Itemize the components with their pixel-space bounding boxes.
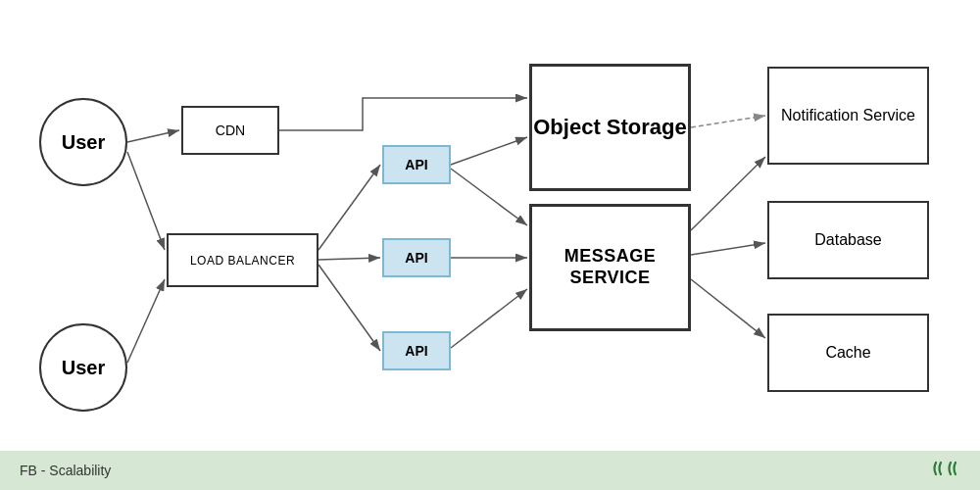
database-label: Database [814, 231, 882, 249]
svg-line-3 [127, 152, 165, 250]
cdn-node: CDN [181, 106, 279, 155]
svg-line-6 [318, 258, 380, 260]
diagram-area: User User CDN LOAD BALANCER API API API … [0, 0, 980, 451]
api3-node: API [382, 331, 451, 370]
database-node: Database [767, 201, 929, 279]
user2-label: User [62, 357, 105, 379]
loadbalancer-node: LOAD BALANCER [167, 233, 318, 287]
svg-line-4 [127, 279, 165, 363]
svg-line-11 [451, 289, 527, 348]
svg-line-5 [318, 165, 380, 250]
user1-node: User [39, 98, 127, 186]
cdn-label: CDN [216, 122, 245, 138]
svg-line-9 [451, 169, 527, 225]
user2-node: User [39, 323, 127, 412]
svg-line-15 [691, 279, 765, 338]
objectstorage-node: Object Storage [529, 64, 691, 191]
notificationservice-label: Notification Service [781, 106, 915, 126]
footer-label: FB - Scalability [20, 463, 111, 478]
api3-label: API [405, 343, 427, 359]
user1-label: User [62, 131, 105, 154]
objectstorage-label: Object Storage [533, 115, 686, 140]
api1-node: API [382, 145, 451, 184]
messageservice-node: MESSAGE SERVICE [529, 204, 691, 331]
api2-label: API [405, 250, 427, 266]
notificationservice-node: Notification Service [767, 67, 929, 165]
cache-node: Cache [767, 314, 929, 392]
svg-line-13 [691, 157, 765, 230]
svg-line-14 [691, 243, 765, 255]
footer: FB - Scalability [0, 451, 980, 490]
cache-label: Cache [825, 344, 870, 362]
svg-line-12 [691, 116, 765, 127]
svg-line-8 [451, 137, 527, 165]
messageservice-label: MESSAGE SERVICE [532, 246, 688, 288]
svg-line-7 [318, 265, 380, 351]
loadbalancer-label: LOAD BALANCER [190, 254, 295, 268]
gg-logo-icon [931, 459, 960, 478]
api2-node: API [382, 238, 451, 277]
footer-logo [931, 459, 960, 483]
svg-line-2 [127, 130, 179, 142]
api1-label: API [405, 157, 427, 172]
